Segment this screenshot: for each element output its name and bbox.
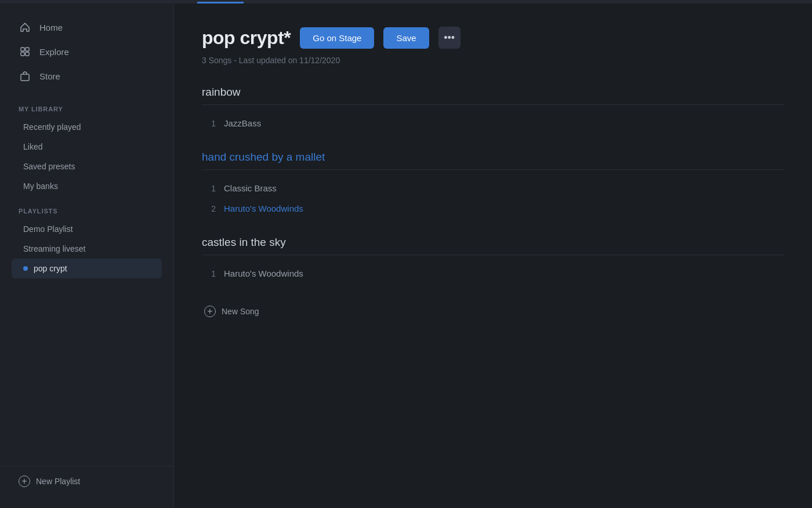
track-row[interactable]: 1 Classic Brass [202, 178, 784, 198]
track-number: 2 [204, 204, 216, 213]
song-section-castles: castles in the sky 1 Haruto's Woodwinds [202, 236, 784, 284]
track-number: 1 [204, 119, 216, 128]
more-options-button[interactable]: ••• [438, 27, 461, 49]
track-name-highlighted: Haruto's Woodwinds [224, 204, 303, 213]
track-number: 1 [204, 269, 216, 278]
sidebar-footer: + New Playlist [0, 466, 173, 496]
track-number: 1 [204, 184, 216, 193]
demo-playlist-label: Demo Playlist [23, 224, 73, 234]
song-title-rainbow: rainbow [202, 86, 784, 105]
explore-label: Explore [39, 47, 69, 57]
playlist-title: pop crypt* [202, 27, 291, 49]
track-row[interactable]: 1 Haruto's Woodwinds [202, 263, 784, 284]
sidebar-item-recently-played[interactable]: Recently played [12, 117, 162, 137]
bag-icon [19, 70, 31, 82]
home-icon [19, 21, 31, 34]
svg-rect-1 [26, 48, 29, 51]
song-title-castles: castles in the sky [202, 236, 784, 255]
sidebar-item-my-banks[interactable]: My banks [12, 176, 162, 196]
playlists-section: Demo Playlist Streaming liveset pop cryp… [0, 219, 173, 466]
go-on-stage-button[interactable]: Go on Stage [300, 27, 374, 49]
sidebar-item-saved-presets[interactable]: Saved presets [12, 157, 162, 176]
sidebar-item-home[interactable]: Home [12, 15, 162, 39]
svg-rect-2 [21, 52, 24, 56]
track-name: JazzBass [224, 118, 261, 128]
more-icon: ••• [444, 32, 455, 44]
new-playlist-label: New Playlist [36, 477, 80, 486]
library-section: Recently played Liked Saved presets My b… [0, 117, 173, 196]
sidebar-item-streaming-liveset[interactable]: Streaming liveset [12, 239, 162, 259]
track-row[interactable]: 1 JazzBass [202, 113, 784, 133]
nav-section: Home Explore [0, 15, 173, 88]
track-name: Haruto's Woodwinds [224, 268, 303, 278]
svg-rect-4 [21, 74, 29, 81]
store-label: Store [39, 71, 60, 81]
new-song-label: New Song [222, 307, 259, 316]
streaming-liveset-label: Streaming liveset [23, 244, 85, 253]
svg-rect-3 [26, 52, 29, 56]
playlist-header: pop crypt* Go on Stage Save ••• [202, 27, 784, 49]
sidebar-item-liked[interactable]: Liked [12, 137, 162, 157]
new-playlist-button[interactable]: + New Playlist [19, 476, 155, 487]
main-content: pop crypt* Go on Stage Save ••• 3 Songs … [174, 3, 812, 508]
home-label: Home [39, 23, 63, 32]
sidebar-item-explore[interactable]: Explore [12, 39, 162, 64]
new-song-button[interactable]: + New Song [202, 301, 784, 322]
svg-rect-0 [21, 48, 24, 51]
song-section-hand-crushed: hand crushed by a mallet 1 Classic Brass… [202, 151, 784, 219]
app-body: Home Explore [0, 3, 812, 508]
song-title-hand-crushed[interactable]: hand crushed by a mallet [202, 151, 784, 170]
plus-circle-icon: + [204, 306, 216, 317]
save-button[interactable]: Save [383, 27, 429, 49]
playlists-label: PLAYLISTS [0, 208, 173, 215]
pop-crypt-label: pop crypt [34, 264, 67, 273]
playlist-meta: 3 Songs - Last updated on 11/12/2020 [202, 56, 784, 65]
song-section-rainbow: rainbow 1 JazzBass [202, 86, 784, 133]
sidebar-item-store[interactable]: Store [12, 64, 162, 88]
track-row-highlighted[interactable]: 2 Haruto's Woodwinds [202, 198, 784, 219]
active-dot-icon [23, 266, 28, 271]
track-name: Classic Brass [224, 183, 277, 193]
my-library-label: MY LIBRARY [0, 106, 173, 113]
sidebar: Home Explore [0, 3, 174, 508]
grid-icon [19, 45, 31, 58]
sidebar-item-pop-crypt[interactable]: pop crypt [12, 259, 162, 278]
sidebar-item-demo-playlist[interactable]: Demo Playlist [12, 219, 162, 239]
plus-circle-icon: + [19, 476, 30, 487]
